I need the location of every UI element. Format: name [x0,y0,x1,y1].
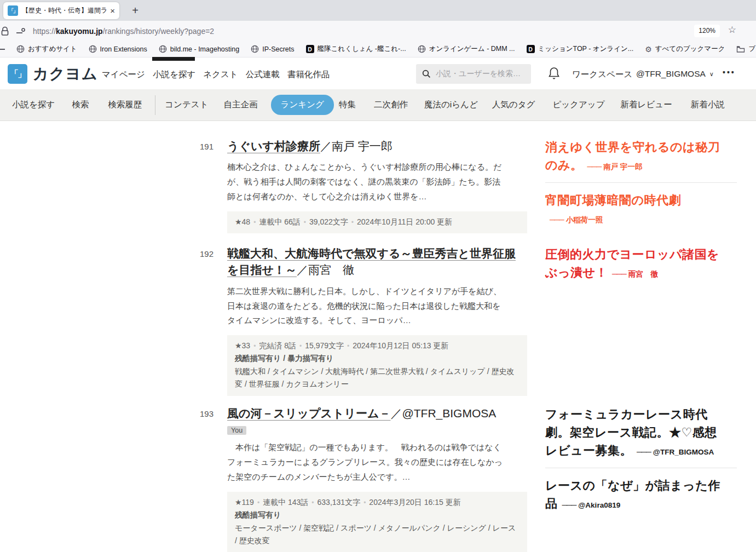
review-catchphrase[interactable]: 消えゆく世界を守れるのは秘刀のみ。───南戸 宇一郎 [545,138,722,174]
bookmark-label: 艦隊これくしょん -艦これ-... [318,44,406,54]
url-field[interactable]: https://kakuyomu.jp/rankings/history/wee… [33,27,214,36]
nav-official-serials[interactable]: 公式連載 [246,69,280,81]
work-title-line: うぐいす村診療所／南戸 宇一郎 [227,138,527,154]
work-title-link[interactable]: うぐいす村診療所 [227,140,320,152]
subnav-maho-iland[interactable]: 魔法のiらんど [424,99,478,111]
review-catchphrase[interactable]: 宵闇町場薄暗闇の時代劇───小稲荷一照 [545,191,722,227]
subnav-find-novels[interactable]: 小説を探す [12,99,55,111]
status-episodes: 完結済 8話 [259,341,296,350]
attribution-dash: ─── [637,448,651,456]
nav-find-novels[interactable]: 小説を探す [153,69,195,81]
review-attribution: ───@TFR_BIGMOSA [637,448,714,456]
subnav-new-reviews[interactable]: 新着レビュー [621,99,672,111]
review-catchphrase[interactable]: フォーミュラカーレース時代劇。架空レース戦記。★♡感想レビュー募集。───@TF… [545,405,722,459]
cropped-bookmark-icon [0,49,5,50]
review-attribution: ───@Akira0819 [562,501,621,509]
subnav-search-history[interactable]: 検索履歴 [108,99,142,111]
folder-icon [736,45,745,53]
bookmark-item-all-bookmarks[interactable]: ⚙ すべてのブックマーク [645,44,725,54]
zoom-level-indicator[interactable]: 120% [694,25,720,37]
updated-date: 2024年10月12日 05:13 更新 [353,341,448,350]
kakuyomu-logo[interactable]: 「」 カクヨム [8,64,98,84]
review-attribution: ───小稲荷一照 [550,216,603,224]
url-domain: kakuyomu.jp [56,27,103,36]
tab-close-icon[interactable]: × [110,7,115,15]
title-author-separator: ／ [320,140,332,152]
work-tags[interactable]: モータースポーツ / 架空戦記 / スポーツ / メタノールパンク / レーシン… [235,522,520,548]
bullet-separator: • [347,342,349,350]
permissions-icon[interactable] [16,27,26,36]
work-stats-line: ★33•完結済 8話•15,979文字•2024年10月12日 05:13 更新 [235,340,520,353]
bookmark-item[interactable]: D 艦隊これくしょん -艦これ-... [306,44,406,54]
bookmark-item[interactable]: bild.me - Imagehosting [159,45,239,53]
bookmark-item[interactable]: IP-Secrets [251,45,294,53]
bookmark-item[interactable]: Iron Extensions [89,45,147,53]
address-bar[interactable]: https://kakuyomu.jp/rankings/history/wee… [0,21,756,41]
work-stats-line: ★48•連載中 66話•39,022文字•2024年10月11日 20:00 更… [235,216,520,229]
subnav-features[interactable]: 特集 [339,99,356,111]
work-author-link[interactable]: 南戸 宇一郎 [332,140,393,152]
kakuyomu-favicon-icon: 「」 [8,5,18,16]
subnav-self-projects[interactable]: 自主企画 [224,99,258,111]
globe-icon [16,45,25,53]
review-divider [545,468,737,468]
bookmark-item[interactable]: おすすめサイト [16,44,77,54]
work-author-link[interactable]: 雨宮 徹 [308,263,354,276]
subnav-search[interactable]: 検索 [72,99,89,111]
you-badge: You [227,426,246,435]
work-title-link[interactable]: 戦艦大和、大航海時代で無双する～豊臣秀吉と世界征服を目指せ！～ [227,247,516,276]
globe-icon [418,45,426,53]
subnav-derivative-works[interactable]: 二次創作 [374,99,408,111]
subnav-pickup[interactable]: ピックアップ [552,99,604,111]
review-author[interactable]: 小稲荷一照 [566,216,603,224]
url-scheme: https:// [33,27,56,36]
subnav-new-novels[interactable]: 新着小説 [691,99,725,111]
subnav-contest[interactable]: コンテスト [165,99,208,111]
nav-next[interactable]: ネクスト [203,69,238,81]
work-stats-line: ★119•連載中 143話•633,131文字•2024年3月20日 16:15… [235,496,520,509]
padlock-icon[interactable] [1,26,9,36]
bullet-separator: • [253,219,256,226]
review-catchphrase[interactable]: レースの「なぜ」が詰まった作品───@Akira0819 [545,476,722,513]
bookmark-star-icon[interactable]: ☆ [728,24,736,36]
header-more-menu[interactable]: ••• [723,68,736,77]
review-catchphrase[interactable]: 圧倒的火力でヨーロッパ諸国をぶっ潰せ！───雨宮 徹 [545,245,722,281]
attribution-dash: ─── [612,270,626,278]
search-input[interactable]: 小説・ユーザーを検索… [416,64,531,84]
subnav-ranking-selected[interactable]: ランキング [271,95,334,115]
stars-count: ★48 [235,217,250,226]
review-author[interactable]: @TFR_BIGMOSA [653,448,714,456]
tab-title: 【歴史・時代・伝奇】週間ランキング [22,6,108,15]
character-count: 39,022文字 [309,217,348,226]
review-author[interactable]: @Akira0819 [578,501,620,509]
bullet-separator: • [363,499,366,507]
bookmark-item[interactable]: オンラインゲーム - DMM ... [418,44,515,54]
subnav-popular-tags[interactable]: 人気のタグ [492,99,535,111]
ranking-entry-193: 193 風の河－スリップストリーム－／@TFR_BIGMOSA You 本作は「… [200,405,528,552]
character-count: 15,979文字 [305,341,344,350]
page-top-black-bar [152,57,195,61]
bookmark-label: Iron Extensions [100,45,147,53]
work-author-link[interactable]: @TFR_BIGMOSA [402,407,496,419]
browser-tab[interactable]: 「」 【歴史・時代・伝奇】週間ランキング × [3,2,119,19]
workspace-link[interactable]: ワークスペース [572,69,632,81]
rank-number: 191 [200,138,227,233]
review-author[interactable]: 南戸 宇一郎 [603,163,642,171]
rank-number: 193 [200,405,227,552]
work-tags[interactable]: 戦艦大和 / タイムマシン / 大航海時代 / 第二次世界大戦 / タイムスリッ… [235,365,520,391]
nav-published-works[interactable]: 書籍化作品 [287,69,330,81]
account-menu[interactable]: @TFR_BIGMOSA∨ [636,69,714,79]
globe-icon [251,45,259,53]
dmm-icon: D [527,45,535,53]
work-title-link[interactable]: 風の河－スリップストリーム－ [227,407,390,419]
review-author[interactable]: 雨宮 徹 [628,270,658,278]
bookmark-item[interactable]: D ミッションTOP - オンライン... [527,44,634,54]
content-warnings: 残酷描写有り / 暴力描写有り [235,352,520,365]
bookmark-item-menu[interactable]: ブックマークメニュー [736,44,756,54]
nav-mypage[interactable]: マイページ [102,69,145,81]
bullet-separator: • [311,499,314,507]
notifications-bell-icon[interactable] [547,66,561,81]
updated-date: 2024年3月20日 16:15 更新 [369,498,460,507]
screen: 「」 【歴史・時代・伝奇】週間ランキング × + https://kakuyom… [0,0,756,552]
new-tab-button[interactable]: + [128,4,142,18]
